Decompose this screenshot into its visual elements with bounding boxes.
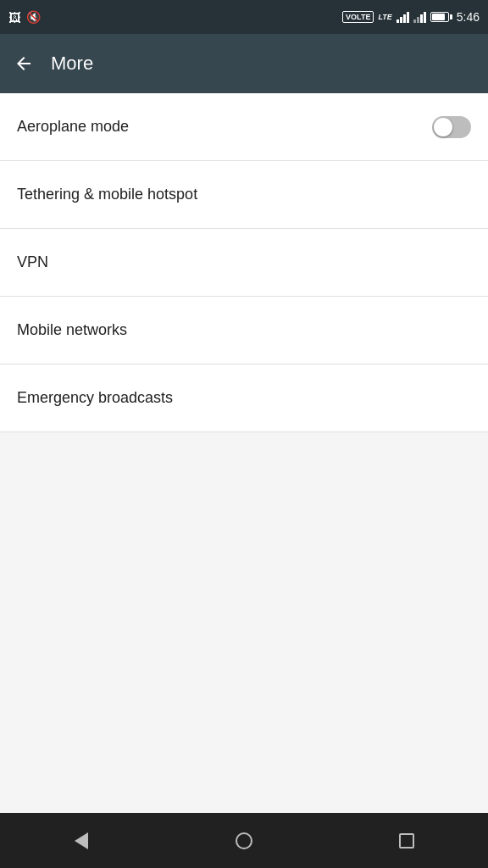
signal-bars-2	[413, 11, 426, 23]
status-time: 5:46	[457, 10, 480, 24]
nav-back-button[interactable]	[56, 824, 107, 858]
vpn-item[interactable]: VPN	[0, 229, 488, 297]
aeroplane-mode-label: Aeroplane mode	[17, 118, 129, 136]
battery-fill	[432, 14, 445, 20]
nav-recents-icon	[399, 833, 414, 849]
mobile-networks-label: Mobile networks	[17, 321, 127, 339]
app-bar: More	[0, 34, 488, 93]
nav-home-icon	[236, 832, 252, 849]
signal-bars-1	[396, 11, 409, 23]
tethering-hotspot-item[interactable]: Tethering & mobile hotspot	[0, 161, 488, 229]
lte-icon: LTE	[378, 13, 391, 21]
photo-icon: 🖼	[8, 10, 21, 25]
emergency-broadcasts-item[interactable]: Emergency broadcasts	[0, 364, 488, 432]
battery-icon	[430, 12, 449, 22]
nav-home-button[interactable]	[219, 824, 269, 858]
settings-list: Aeroplane mode Tethering & mobile hotspo…	[0, 93, 488, 432]
app-bar-title: More	[51, 53, 93, 75]
nav-recents-button[interactable]	[381, 824, 432, 858]
emergency-broadcasts-label: Emergency broadcasts	[17, 389, 173, 407]
mobile-networks-item[interactable]: Mobile networks	[0, 297, 488, 364]
nav-back-icon	[75, 832, 88, 849]
vpn-label: VPN	[17, 253, 48, 271]
toggle-knob	[434, 118, 452, 136]
settings-content: Aeroplane mode Tethering & mobile hotspo…	[0, 93, 488, 813]
aeroplane-mode-toggle[interactable]	[432, 116, 471, 138]
tethering-hotspot-label: Tethering & mobile hotspot	[17, 186, 197, 203]
aeroplane-mode-item[interactable]: Aeroplane mode	[0, 93, 488, 161]
mute-icon: 🔇	[26, 10, 41, 24]
back-button[interactable]	[14, 53, 34, 74]
status-bar-right: VOLTE LTE 5:46	[342, 10, 480, 24]
status-bar: 🖼 🔇 VOLTE LTE 5:46	[0, 0, 488, 34]
volte-badge: VOLTE	[342, 11, 374, 23]
status-bar-left: 🖼 🔇	[8, 10, 41, 25]
bottom-nav	[0, 813, 488, 868]
